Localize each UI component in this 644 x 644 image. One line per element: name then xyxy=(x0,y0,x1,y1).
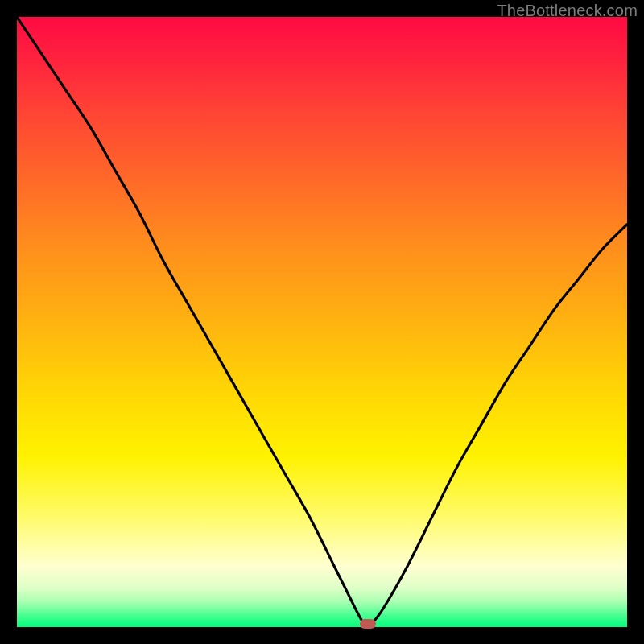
chart-frame: TheBottleneck.com xyxy=(0,0,644,644)
plot-area xyxy=(17,17,627,627)
optimum-marker xyxy=(360,619,376,629)
bottleneck-curve xyxy=(17,17,627,627)
